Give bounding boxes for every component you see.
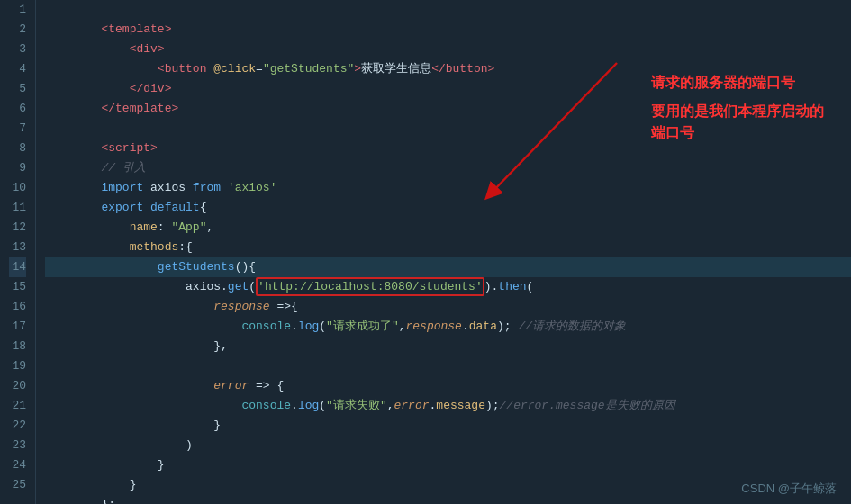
annotation-box: 请求的服务器的端口号 要用的是我们本程序启动的端口号 xyxy=(651,72,824,144)
code-line: <template> xyxy=(45,0,851,20)
annotation-subtitle: 要用的是我们本程序启动的端口号 xyxy=(651,101,824,144)
code-line: }; xyxy=(45,475,851,495)
watermark: CSDN @子午鲸落 xyxy=(741,481,837,497)
annotation-title: 请求的服务器的端口号 xyxy=(651,72,824,94)
code-line: import axios from 'axios' xyxy=(45,158,851,178)
code-line: } xyxy=(45,455,851,475)
line-numbers: 1 2 3 4 5 6 7 8 9 10 11 12 13 14 15 16 1… xyxy=(0,0,36,504)
code-line: error => { xyxy=(45,356,851,376)
code-line: <button @click="getStudents">获取学生信息</but… xyxy=(45,40,851,59)
